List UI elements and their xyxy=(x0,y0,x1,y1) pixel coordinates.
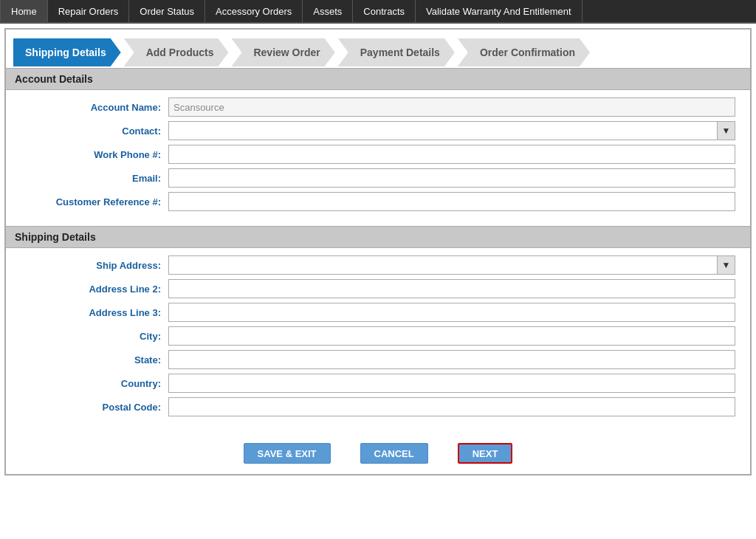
input-email[interactable] xyxy=(168,168,735,188)
input-account-name xyxy=(168,97,735,117)
next-button[interactable]: NEXT xyxy=(458,443,513,464)
input-customer-ref[interactable] xyxy=(168,192,735,211)
form-row-work-phone: Work Phone #: xyxy=(21,145,735,164)
input-state[interactable] xyxy=(168,350,735,369)
form-row-email: Email: xyxy=(21,168,735,188)
input-addr3[interactable] xyxy=(168,303,735,322)
form-row-city: City: xyxy=(21,326,735,346)
form-row-account-name: Account Name: xyxy=(21,97,735,117)
input-contact[interactable] xyxy=(169,122,717,140)
top-navigation: HomeRepair OrdersOrder StatusAccessory O… xyxy=(0,0,756,24)
label-country: Country: xyxy=(21,378,168,389)
nav-item-order-status[interactable]: Order Status xyxy=(129,0,205,22)
nav-item-contracts[interactable]: Contracts xyxy=(353,0,416,22)
input-country[interactable] xyxy=(168,374,735,393)
label-postal-code: Postal Code: xyxy=(21,402,168,413)
form-row-addr3: Address Line 3: xyxy=(21,303,735,322)
dropdown-arrow-contact[interactable]: ▼ xyxy=(717,122,735,140)
form-row-addr2: Address Line 2: xyxy=(21,279,735,298)
nav-item-home[interactable]: Home xyxy=(0,0,48,22)
form-row-postal-code: Postal Code: xyxy=(21,397,735,416)
wizard-steps: Shipping DetailsAdd ProductsReview Order… xyxy=(6,30,750,68)
nav-item-assets[interactable]: Assets xyxy=(303,0,353,22)
shipping-details-form: Ship Address:▼Address Line 2:Address Lin… xyxy=(6,248,750,431)
label-addr2: Address Line 2: xyxy=(21,284,168,295)
label-state: State: xyxy=(21,354,168,365)
action-buttons: SAVE & EXIT CANCEL NEXT xyxy=(6,431,750,474)
wizard-step-3[interactable]: Payment Details xyxy=(338,38,455,66)
wizard-step-4[interactable]: Order Confirmation xyxy=(458,38,590,66)
nav-item-repair-orders[interactable]: Repair Orders xyxy=(48,0,130,22)
nav-item-accessory-orders[interactable]: Accessory Orders xyxy=(205,0,303,22)
form-row-country: Country: xyxy=(21,374,735,393)
dropdown-arrow-ship-address[interactable]: ▼ xyxy=(717,256,735,274)
label-city: City: xyxy=(21,331,168,342)
wizard-step-1[interactable]: Add Products xyxy=(124,38,229,66)
nav-item-validate-warranty[interactable]: Validate Warranty And Entitlement xyxy=(416,0,583,22)
form-row-customer-ref: Customer Reference #: xyxy=(21,192,735,211)
select-wrapper-contact: ▼ xyxy=(168,121,735,140)
input-addr2[interactable] xyxy=(168,279,735,298)
save-exit-button[interactable]: SAVE & EXIT xyxy=(244,443,331,464)
input-city[interactable] xyxy=(168,326,735,346)
cancel-button[interactable]: CANCEL xyxy=(360,443,428,464)
label-customer-ref: Customer Reference #: xyxy=(21,196,168,207)
form-row-contact: Contact:▼ xyxy=(21,121,735,140)
wizard-step-0[interactable]: Shipping Details xyxy=(13,38,121,66)
label-email: Email: xyxy=(21,173,168,184)
form-row-state: State: xyxy=(21,350,735,369)
label-ship-address: Ship Address: xyxy=(21,260,168,271)
account-details-header: Account Details xyxy=(6,68,750,90)
input-postal-code[interactable] xyxy=(168,397,735,416)
form-row-ship-address: Ship Address:▼ xyxy=(21,255,735,275)
label-addr3: Address Line 3: xyxy=(21,307,168,318)
select-wrapper-ship-address: ▼ xyxy=(168,255,735,275)
shipping-details-header: Shipping Details xyxy=(6,226,750,248)
input-work-phone[interactable] xyxy=(168,145,735,164)
wizard-step-2[interactable]: Review Order xyxy=(231,38,334,66)
account-details-form: Account Name:Contact:▼Work Phone #:Email… xyxy=(6,90,750,226)
main-content: Shipping DetailsAdd ProductsReview Order… xyxy=(4,28,752,476)
label-work-phone: Work Phone #: xyxy=(21,149,168,160)
label-contact: Contact: xyxy=(21,126,168,137)
label-account-name: Account Name: xyxy=(21,102,168,113)
input-ship-address[interactable] xyxy=(169,256,717,274)
